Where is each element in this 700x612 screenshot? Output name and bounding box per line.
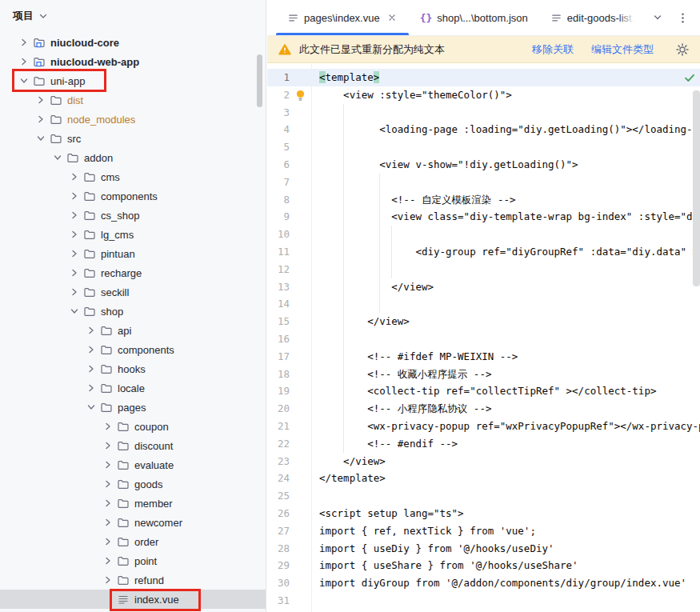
- tab-pages-index-vue[interactable]: pages\index.vue: [276, 0, 409, 35]
- inspections-ok-check-icon[interactable]: [683, 71, 696, 84]
- chevron-right-icon[interactable]: [68, 286, 81, 298]
- chevron-down-icon[interactable]: [51, 151, 64, 164]
- code-line-10[interactable]: [319, 226, 700, 243]
- chevron-right-icon[interactable]: [18, 55, 30, 68]
- project-panel-header[interactable]: 项目: [0, 0, 266, 32]
- code-line-29[interactable]: import { useShare } from '@/hooks/useSha…: [319, 557, 700, 574]
- tree-item-point[interactable]: point: [0, 551, 266, 570]
- tree-item-pintuan[interactable]: pintuan: [0, 244, 266, 263]
- chevron-right-icon[interactable]: [68, 247, 81, 260]
- chevron-right-icon[interactable]: [85, 362, 98, 375]
- chevron-right-icon[interactable]: [102, 478, 114, 490]
- code-line-5[interactable]: [319, 138, 700, 156]
- chevron-right-icon[interactable]: [34, 94, 47, 106]
- chevron-right-icon[interactable]: [68, 170, 81, 183]
- code-line-3[interactable]: [319, 104, 700, 122]
- chevron-right-icon[interactable]: [68, 209, 81, 222]
- tree-item-seckill[interactable]: seckill: [0, 282, 266, 302]
- chevron-right-icon[interactable]: [102, 554, 114, 567]
- chevron-right-icon[interactable]: [85, 324, 98, 337]
- close-icon[interactable]: [386, 12, 398, 23]
- tree-item-hooks[interactable]: hooks: [0, 359, 266, 378]
- code-line-14[interactable]: [319, 295, 700, 313]
- chevron-down-icon[interactable]: [68, 305, 81, 318]
- chevron-right-icon[interactable]: [18, 36, 30, 49]
- gear-icon[interactable]: [676, 43, 689, 56]
- chevron-right-icon[interactable]: [85, 343, 98, 356]
- chevron-down-icon[interactable]: [18, 74, 30, 87]
- tree-item-shop[interactable]: shop: [0, 302, 266, 321]
- code-line-7[interactable]: [319, 174, 700, 191]
- editor-scrollbar[interactable]: [693, 90, 700, 286]
- tree-item-niucloud-core[interactable]: niucloud-core: [0, 33, 266, 52]
- tree-item-member[interactable]: member: [0, 494, 266, 513]
- tree-item-dist[interactable]: dist: [0, 90, 266, 110]
- chevron-right-icon[interactable]: [102, 516, 114, 529]
- code-line-31[interactable]: [319, 592, 700, 610]
- chevron-right-icon[interactable]: [102, 420, 114, 433]
- tree-item-coupon[interactable]: coupon: [0, 417, 266, 436]
- tree-item-cms[interactable]: cms: [0, 167, 266, 186]
- tree-item-recharge[interactable]: recharge: [0, 263, 266, 282]
- tree-item-newcomer[interactable]: newcomer: [0, 513, 266, 532]
- tree-item-node-modules[interactable]: node_modules: [0, 110, 266, 129]
- tree-item-niucloud-web-app[interactable]: niucloud-web-app: [0, 52, 266, 71]
- code-line-1[interactable]: <template>: [319, 69, 700, 86]
- tree-item-addon[interactable]: addon: [0, 148, 266, 167]
- tab-shop-bottom-json[interactable]: {} shop\...\bottom.json: [409, 0, 539, 35]
- chevron-down-icon[interactable]: [85, 401, 98, 414]
- code-line-22[interactable]: <!-- #endif -->: [319, 435, 700, 453]
- chevron-right-icon[interactable]: [34, 113, 47, 126]
- chevron-right-icon[interactable]: [68, 190, 81, 202]
- tree-item-uni-app[interactable]: uni-app: [0, 71, 266, 90]
- intention-bulb-icon[interactable]: [294, 89, 306, 102]
- code-line-30[interactable]: import diyGroup from '@/addon/components…: [319, 574, 700, 592]
- tree-item-components[interactable]: components: [0, 186, 266, 206]
- tab-edit-goods-list[interactable]: edit-goods-list.v: [539, 0, 646, 35]
- tree-item-goods[interactable]: goods: [0, 474, 266, 494]
- code-line-12[interactable]: [319, 261, 700, 278]
- tree-item-refund[interactable]: refund: [0, 570, 266, 590]
- chevron-right-icon[interactable]: [102, 497, 114, 510]
- tree-item-index-vue[interactable]: index.vue: [0, 590, 266, 609]
- code-line-9[interactable]: <view class="diy-template-wrap bg-index"…: [319, 208, 700, 226]
- chevron-down-icon[interactable]: [34, 132, 47, 145]
- tree-item-src[interactable]: src: [0, 129, 266, 148]
- chevron-right-icon[interactable]: [102, 439, 114, 452]
- tree-item-discount[interactable]: discount: [0, 436, 266, 455]
- code-line-19[interactable]: <collect-tip ref="collectTipRef" ></coll…: [319, 382, 700, 400]
- code-line-18[interactable]: <!-- 收藏小程序提示 -->: [319, 366, 700, 383]
- code-line-28[interactable]: import { useDiy } from '@/hooks/useDiy': [319, 540, 700, 558]
- code-line-21[interactable]: <wx-privacy-popup ref="wxPrivacyPopupRef…: [319, 418, 700, 435]
- chevron-right-icon[interactable]: [68, 228, 81, 241]
- more-options-kebab-icon[interactable]: [677, 12, 689, 24]
- code-line-4[interactable]: <loading-page :loading="diy.getLoading()…: [319, 121, 700, 138]
- remove-association-link[interactable]: 移除关联: [532, 42, 574, 57]
- code-line-13[interactable]: </view>: [319, 278, 700, 296]
- tree-item-cs-shop[interactable]: cs_shop: [0, 206, 266, 225]
- code-line-11[interactable]: <diy-group ref="diyGroupRef" :data="diy.…: [319, 243, 700, 261]
- chevron-right-icon[interactable]: [102, 458, 114, 471]
- code-line-25[interactable]: [319, 487, 700, 505]
- chevron-right-icon[interactable]: [85, 382, 98, 394]
- chevron-right-icon[interactable]: [68, 266, 81, 279]
- tree-item-evaluate[interactable]: evaluate: [0, 455, 266, 474]
- tree-item-order[interactable]: order: [0, 532, 266, 551]
- tree-item-api[interactable]: api: [0, 321, 266, 340]
- edit-file-type-link[interactable]: 编辑文件类型: [591, 42, 654, 57]
- code-line-20[interactable]: <!-- 小程序隐私协议 -->: [319, 400, 700, 418]
- tree-item-pages[interactable]: pages: [0, 398, 266, 417]
- code-line-6[interactable]: <view v-show="!diy.getLoading()">: [319, 156, 700, 174]
- tree-item-components[interactable]: components: [0, 340, 266, 359]
- code-line-17[interactable]: <!-- #ifdef MP-WEIXIN -->: [319, 348, 700, 366]
- code-line-8[interactable]: <!-- 自定义模板渲染 -->: [319, 191, 700, 209]
- code-line-27[interactable]: import { ref, nextTick } from 'vue';: [319, 522, 700, 540]
- tree-item-lg-cms[interactable]: lg_cms: [0, 225, 266, 244]
- code-editor[interactable]: 1234567891011121314151617181920212223242…: [267, 64, 700, 612]
- chevron-right-icon[interactable]: [102, 574, 114, 586]
- code-line-23[interactable]: </view>: [319, 453, 700, 470]
- hidden-tabs-chevron-icon[interactable]: [651, 11, 664, 24]
- code-line-26[interactable]: <script setup lang="ts">: [319, 505, 700, 522]
- code-line-16[interactable]: [319, 330, 700, 348]
- tree-item-locale[interactable]: locale: [0, 378, 266, 398]
